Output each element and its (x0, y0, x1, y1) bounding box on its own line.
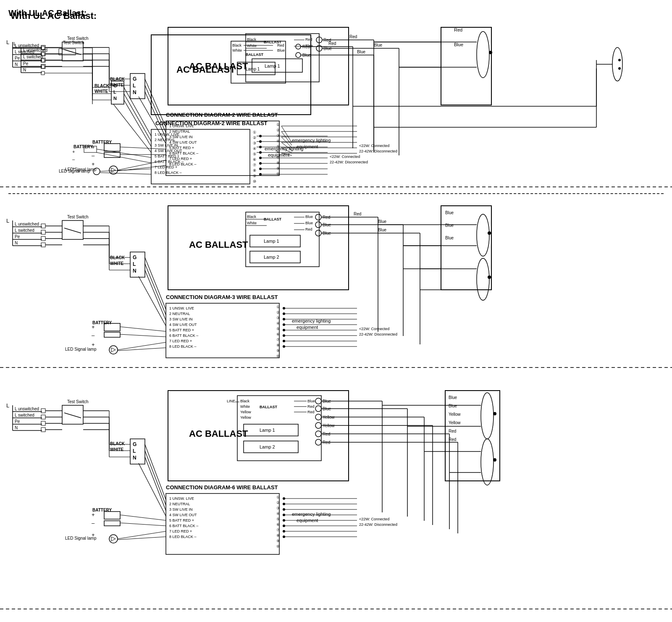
svg-marker-251 (111, 168, 116, 172)
svg-point-401 (488, 231, 491, 235)
svg-text:22-42W: Disconnected: 22-42W: Disconnected (359, 149, 397, 153)
svg-point-481 (315, 431, 321, 437)
svg-rect-282 (62, 220, 83, 239)
svg-text:Blue: Blue (454, 42, 463, 47)
svg-text:22-42W: Disconnected: 22-42W: Disconnected (359, 332, 397, 336)
svg-text:BALLAST: BALLAST (264, 217, 281, 221)
svg-point-324 (315, 222, 321, 228)
svg-text:③: ③ (276, 134, 280, 138)
svg-text:Test Switch: Test Switch (67, 36, 89, 41)
svg-text:⑤: ⑤ (276, 517, 280, 521)
svg-text:N: N (133, 89, 136, 95)
svg-text:L switched: L switched (15, 228, 34, 233)
svg-line-253 (118, 165, 166, 171)
svg-text:Lamp 2: Lamp 2 (260, 444, 275, 449)
svg-text:L: L (6, 402, 9, 409)
svg-rect-429 (41, 428, 45, 432)
svg-point-475 (315, 406, 321, 412)
svg-text:Lamp 1: Lamp 1 (265, 63, 280, 68)
svg-text:②: ② (276, 501, 280, 505)
svg-line-561 (118, 537, 166, 540)
svg-text:BALLAST: BALLAST (264, 40, 281, 44)
svg-text:①: ① (276, 305, 280, 309)
svg-line-223 (281, 126, 292, 143)
svg-text:⑩: ⑩ (276, 354, 280, 358)
svg-text:Lamp 1: Lamp 1 (260, 428, 275, 433)
svg-text:⑩: ⑩ (276, 544, 280, 549)
svg-text:6 BATT BLACK –: 6 BATT BLACK – (169, 151, 198, 155)
svg-text:Blue: Blue (449, 395, 457, 400)
svg-rect-149 (41, 52, 45, 56)
svg-text:+: + (92, 144, 95, 150)
svg-rect-258 (441, 27, 491, 105)
svg-text:G: G (133, 441, 136, 447)
svg-point-477 (315, 414, 321, 420)
svg-line-390 (120, 327, 166, 331)
svg-point-405 (488, 276, 491, 279)
svg-line-381 (145, 257, 166, 310)
svg-text:N: N (133, 455, 136, 461)
svg-text:Red: Red (354, 212, 361, 216)
svg-text:<22W: Connected: <22W: Connected (359, 327, 389, 331)
svg-text:CONNECTION DIAGRAM-6 WIRE BALL: CONNECTION DIAGRAM-6 WIRE BALLAST (166, 484, 278, 491)
svg-text:③: ③ (276, 506, 280, 510)
svg-text:Blue: Blue (445, 223, 454, 228)
svg-text:Yellow: Yellow (240, 415, 251, 420)
svg-point-398 (477, 214, 489, 256)
svg-text:5 BATT RED +: 5 BATT RED + (169, 328, 194, 332)
svg-text:Test Switch: Test Switch (67, 399, 89, 404)
svg-text:equipment: equipment (297, 144, 318, 149)
svg-text:2 NEUTRAL: 2 NEUTRAL (169, 129, 190, 134)
svg-text:+: + (92, 532, 95, 538)
svg-point-479 (315, 423, 321, 428)
svg-text:Red: Red (305, 37, 312, 42)
svg-text:⑥: ⑥ (276, 332, 280, 336)
svg-text:LINE: LINE (227, 399, 235, 403)
svg-text:4 SW LIVE OUT: 4 SW LIVE OUT (169, 140, 197, 144)
svg-text:⑧: ⑧ (276, 161, 280, 165)
svg-rect-278 (41, 230, 45, 234)
svg-text:Lamp 1: Lamp 1 (264, 239, 279, 244)
svg-text:N: N (15, 425, 18, 430)
svg-rect-428 (41, 421, 45, 425)
svg-text:Pe: Pe (15, 56, 20, 60)
svg-text:CONNECTION DIAGRAM-2 WIRE BALL: CONNECTION DIAGRAM-2 WIRE BALLAST (166, 112, 278, 118)
svg-text:8 LED BLACK –: 8 LED BLACK – (169, 162, 197, 166)
svg-text:Red: Red (449, 429, 456, 433)
svg-point-322 (315, 214, 321, 220)
svg-rect-389 (104, 332, 120, 337)
svg-text:⑦: ⑦ (276, 155, 280, 160)
svg-text:Red: Red (454, 27, 462, 32)
svg-text:L switched: L switched (15, 413, 34, 417)
svg-text:–: – (92, 520, 95, 526)
svg-rect-553 (104, 521, 120, 526)
svg-text:BLACK: BLACK (110, 441, 125, 446)
svg-text:<22W: Connected: <22W: Connected (359, 517, 389, 521)
svg-line-383 (145, 270, 166, 320)
svg-text:Test Switch: Test Switch (67, 215, 89, 219)
svg-marker-559 (111, 537, 116, 541)
svg-text:Red: Red (305, 227, 312, 231)
svg-text:L: L (6, 218, 9, 224)
svg-text:①: ① (276, 123, 280, 127)
svg-text:BALLAST: BALLAST (260, 405, 277, 409)
svg-point-250 (109, 166, 118, 174)
svg-text:AC BALLAST: AC BALLAST (189, 428, 248, 439)
svg-text:L switched: L switched (15, 50, 34, 54)
svg-text:Blue: Blue (378, 228, 386, 232)
svg-text:3 SW LIVE IN: 3 SW LIVE IN (169, 135, 193, 139)
svg-text:AC BALLAST: AC BALLAST (189, 61, 248, 71)
svg-rect-243 (104, 144, 120, 151)
svg-text:White: White (247, 44, 257, 48)
svg-text:N: N (15, 62, 18, 67)
svg-text:N: N (15, 241, 18, 245)
svg-line-545 (145, 444, 166, 500)
svg-text:Blue: Blue (305, 215, 313, 219)
svg-text:Pe: Pe (15, 234, 20, 239)
svg-marker-395 (111, 348, 116, 352)
svg-line-397 (118, 348, 166, 351)
svg-line-237 (145, 79, 166, 127)
svg-text:6 BATT BLACK –: 6 BATT BLACK – (169, 333, 198, 338)
svg-text:G: G (133, 255, 136, 260)
svg-text:7 LED RED +: 7 LED RED + (169, 339, 192, 343)
